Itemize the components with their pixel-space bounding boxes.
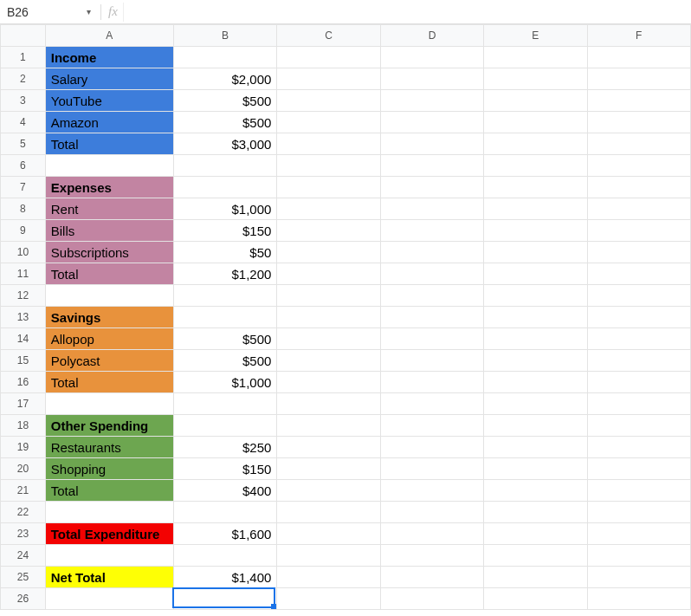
cell-D7[interactable]: [380, 177, 483, 198]
cell-F14[interactable]: [587, 328, 690, 350]
cell-A24[interactable]: [45, 545, 173, 567]
select-all-corner[interactable]: [1, 25, 46, 47]
cell-C2[interactable]: [277, 68, 380, 90]
cell-D9[interactable]: [380, 220, 483, 242]
cell-B12[interactable]: [173, 285, 277, 307]
cell-B6[interactable]: [173, 155, 277, 177]
cell-D4[interactable]: [380, 112, 483, 133]
row-header-13[interactable]: 13: [1, 307, 46, 328]
cell-C12[interactable]: [277, 285, 380, 307]
cell-B11[interactable]: $1,200: [173, 263, 277, 285]
cell-D3[interactable]: [380, 90, 483, 112]
cell-C26[interactable]: [277, 588, 380, 610]
cell-A11[interactable]: Total: [45, 263, 173, 285]
row-header-26[interactable]: 26: [1, 588, 46, 610]
cell-C21[interactable]: [277, 480, 380, 502]
cell-A17[interactable]: [45, 393, 173, 415]
cell-A14[interactable]: Allopop: [45, 328, 173, 350]
cell-E18[interactable]: [484, 415, 587, 437]
cell-A20[interactable]: Shopping: [45, 458, 173, 480]
cell-A9[interactable]: Bills: [45, 220, 173, 242]
cell-F9[interactable]: [587, 220, 690, 242]
cell-E24[interactable]: [484, 545, 587, 567]
cell-E25[interactable]: [484, 567, 587, 588]
cell-A21[interactable]: Total: [45, 480, 173, 502]
cell-D24[interactable]: [380, 545, 483, 567]
cell-E6[interactable]: [484, 155, 587, 177]
cell-F12[interactable]: [587, 285, 690, 307]
cell-C3[interactable]: [277, 90, 380, 112]
cell-C16[interactable]: [277, 372, 380, 393]
row-header-11[interactable]: 11: [1, 263, 46, 285]
cell-D19[interactable]: [380, 437, 483, 458]
column-header-D[interactable]: D: [380, 25, 483, 47]
cell-F3[interactable]: [587, 90, 690, 112]
cell-B1[interactable]: [173, 47, 277, 68]
cell-B10[interactable]: $50: [173, 242, 277, 263]
formula-input[interactable]: [129, 2, 691, 23]
cell-D20[interactable]: [380, 458, 483, 480]
column-header-E[interactable]: E: [484, 25, 587, 47]
cell-D15[interactable]: [380, 350, 483, 372]
row-header-22[interactable]: 22: [1, 502, 46, 523]
row-header-18[interactable]: 18: [1, 415, 46, 437]
row-header-21[interactable]: 21: [1, 480, 46, 502]
cell-C19[interactable]: [277, 437, 380, 458]
cell-E19[interactable]: [484, 437, 587, 458]
cell-E22[interactable]: [484, 502, 587, 523]
row-header-14[interactable]: 14: [1, 328, 46, 350]
cell-E16[interactable]: [484, 372, 587, 393]
cell-F13[interactable]: [587, 307, 690, 328]
cell-B3[interactable]: $500: [173, 90, 277, 112]
cell-F17[interactable]: [587, 393, 690, 415]
cell-B2[interactable]: $2,000: [173, 68, 277, 90]
cell-F19[interactable]: [587, 437, 690, 458]
cell-F2[interactable]: [587, 68, 690, 90]
cell-E3[interactable]: [484, 90, 587, 112]
cell-D18[interactable]: [380, 415, 483, 437]
cell-A7[interactable]: Expenses: [45, 177, 173, 198]
cell-C11[interactable]: [277, 263, 380, 285]
cell-C4[interactable]: [277, 112, 380, 133]
cell-B21[interactable]: $400: [173, 480, 277, 502]
row-header-8[interactable]: 8: [1, 198, 46, 220]
cell-B9[interactable]: $150: [173, 220, 277, 242]
cell-B18[interactable]: [173, 415, 277, 437]
cell-C15[interactable]: [277, 350, 380, 372]
cell-A1[interactable]: Income: [45, 47, 173, 68]
cell-E26[interactable]: [484, 588, 587, 610]
cell-C13[interactable]: [277, 307, 380, 328]
cell-F16[interactable]: [587, 372, 690, 393]
cell-C7[interactable]: [277, 177, 380, 198]
row-header-10[interactable]: 10: [1, 242, 46, 263]
cell-B23[interactable]: $1,600: [173, 523, 277, 545]
column-header-B[interactable]: B: [173, 25, 277, 47]
row-header-4[interactable]: 4: [1, 112, 46, 133]
row-header-2[interactable]: 2: [1, 68, 46, 90]
cell-D25[interactable]: [380, 567, 483, 588]
cell-A3[interactable]: YouTube: [45, 90, 173, 112]
cell-B13[interactable]: [173, 307, 277, 328]
name-box[interactable]: B26: [0, 5, 80, 19]
cell-C23[interactable]: [277, 523, 380, 545]
cell-D5[interactable]: [380, 133, 483, 155]
row-header-6[interactable]: 6: [1, 155, 46, 177]
cell-C1[interactable]: [277, 47, 380, 68]
cell-E10[interactable]: [484, 242, 587, 263]
cell-E13[interactable]: [484, 307, 587, 328]
cell-F5[interactable]: [587, 133, 690, 155]
row-header-3[interactable]: 3: [1, 90, 46, 112]
row-header-5[interactable]: 5: [1, 133, 46, 155]
cell-A4[interactable]: Amazon: [45, 112, 173, 133]
column-header-F[interactable]: F: [587, 25, 690, 47]
cell-A15[interactable]: Polycast: [45, 350, 173, 372]
cell-F20[interactable]: [587, 458, 690, 480]
row-header-19[interactable]: 19: [1, 437, 46, 458]
cell-C24[interactable]: [277, 545, 380, 567]
cell-E21[interactable]: [484, 480, 587, 502]
cell-B15[interactable]: $500: [173, 350, 277, 372]
cell-D23[interactable]: [380, 523, 483, 545]
cell-C9[interactable]: [277, 220, 380, 242]
row-header-7[interactable]: 7: [1, 177, 46, 198]
cell-B20[interactable]: $150: [173, 458, 277, 480]
